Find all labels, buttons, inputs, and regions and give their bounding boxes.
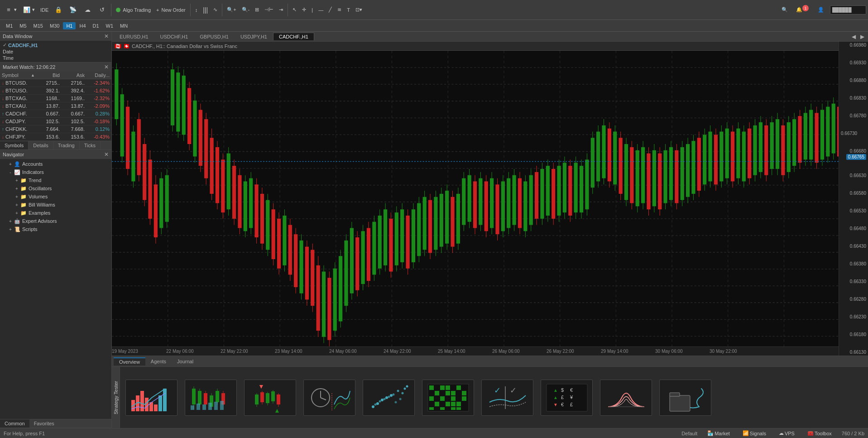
mw-row-cadchf[interactable]: ↑ CADCHF. 0.667. 0.667. 0.28% (0, 110, 111, 118)
chart-tab-scroll-right[interactable]: ▶ (858, 33, 866, 40)
navigator-close[interactable]: ✕ (104, 151, 109, 158)
nav-expand-Bill Williams[interactable]: + (14, 202, 20, 207)
mw-tab-trading[interactable]: Trading (53, 141, 80, 149)
mw-row-cadjpy[interactable]: ↓ CADJPY. 102.5. 102.5. -0.18% (0, 118, 111, 125)
refresh-btn[interactable]: ↺ (95, 4, 109, 16)
nav-item-expert-advisors[interactable]: + 🤖 Expert Advisors (0, 217, 111, 225)
chart-tab-usdjpy-h1[interactable]: USDJPY,H1 (235, 33, 273, 40)
zoom-out-btn[interactable]: 🔍- (240, 5, 252, 14)
tf-m5[interactable]: M5 (16, 22, 29, 29)
navigator-header[interactable]: Navigator ✕ (0, 150, 111, 159)
tf-m1[interactable]: M1 (3, 22, 16, 29)
mw-tab-ticks[interactable]: Ticks (80, 141, 101, 149)
nav-tab-common[interactable]: Common (0, 419, 29, 428)
mw-row-btcuso[interactable]: ↓ BTCUSO. 392.1. 392.4. -1.62% (0, 87, 111, 95)
strategy-icon-6[interactable] (422, 380, 474, 416)
strategy-icon-7[interactable]: ✓ ✓ (481, 380, 533, 416)
bp-tab-journal[interactable]: Journal (172, 358, 199, 365)
cursor-btn[interactable]: ↖ (290, 5, 299, 14)
line-chart-btn[interactable]: ∿ (211, 5, 220, 14)
radio-btn[interactable]: 📡 (66, 4, 80, 16)
chart-tab-usdchf-h1[interactable]: USDCHF,H1 (154, 33, 194, 40)
tf-m15[interactable]: M15 (30, 22, 46, 29)
toolbox-btn[interactable]: 🧰 Toolbox (805, 430, 834, 437)
strategy-icon-9[interactable] (600, 380, 652, 416)
strategy-icon-8[interactable]: ▲ $ € ▲ £ ¥ ▼ € £ (541, 380, 593, 416)
nav-item-bill-williams[interactable]: + 📁 Bill Williams (0, 201, 111, 209)
mw-tab-details[interactable]: Details (29, 141, 53, 149)
menu-dropdown-btn[interactable]: ≡ ▾ (2, 4, 19, 16)
chart-area[interactable]: 🇨🇦 🇨🇭 CADCHF., H1:: Canadian Dollar vs S… (112, 42, 868, 356)
strategy-icons-area[interactable]: ▼ ▲ (120, 367, 868, 428)
strategy-icon-2[interactable] (185, 380, 237, 416)
signals-btn[interactable]: 📶 Signals (740, 430, 769, 437)
nav-expand-Examples[interactable]: + (14, 211, 20, 216)
nav-item-oscillators[interactable]: + 📁 Oscillators (0, 184, 111, 193)
mw-row-btcusd[interactable]: ↓ BTCUSD. 2715.. 2716.. -2.34% (0, 79, 111, 87)
trendline-btn[interactable]: ╱ (326, 5, 334, 14)
nav-item-volumes[interactable]: + 📁 Volumes (0, 193, 111, 201)
autoscroll-btn[interactable]: ⇥ (277, 5, 285, 14)
market-watch-header[interactable]: Market Watch: 12:06:22 ✕ (0, 63, 111, 72)
hline-btn[interactable]: — (316, 6, 326, 14)
zoom-in-btn[interactable]: 🔍+ (225, 5, 238, 14)
tf-h4[interactable]: H4 (76, 22, 89, 29)
nav-item-indicators[interactable]: - 📈 Indicators (0, 168, 111, 176)
bars-btn[interactable]: ||| (201, 5, 210, 15)
market-btn[interactable]: 🏪 Market (705, 430, 733, 437)
bp-tab-overview[interactable]: Overview (114, 357, 145, 366)
tf-d1[interactable]: D1 (90, 22, 102, 29)
market-watch-close[interactable]: ✕ (104, 64, 109, 70)
tf-h1[interactable]: H1 (63, 22, 76, 29)
strategy-icon-5[interactable] (363, 380, 415, 416)
search-btn[interactable]: 🔍 (779, 5, 790, 14)
data-window-close[interactable]: ✕ (104, 33, 109, 39)
nav-expand-Scripts[interactable]: + (7, 227, 14, 232)
chart-type-btn[interactable]: 📊 ▾ (20, 4, 37, 16)
nav-tab-favorites[interactable]: Favorites (29, 419, 59, 428)
nav-expand-Accounts[interactable]: + (7, 162, 14, 167)
chart-tab-eurusd-h1[interactable]: EURUSD,H1 (114, 33, 154, 40)
nav-item-trend[interactable]: + 📁 Trend (0, 176, 111, 184)
strategy-icon-1[interactable] (125, 380, 177, 416)
fib-btn[interactable]: ≋ (335, 5, 344, 14)
strategy-icon-4[interactable] (303, 380, 355, 416)
grid-btn[interactable]: ⊞ (253, 5, 261, 14)
lock-btn[interactable]: 🔒 (52, 4, 65, 16)
mw-row-chfdkk[interactable]: ↑ CHFDKK. 7.664. 7.668. 0.12% (0, 125, 111, 133)
nav-item-scripts[interactable]: + 📜 Scripts (0, 225, 111, 233)
chart-plot[interactable]: 19 May 2023 22 May 06:00 22 May 22:00 23… (112, 51, 868, 356)
mw-row-chfjpy[interactable]: ↓ CHFJPY. 153.6. 153.6. -0.43% (0, 133, 111, 141)
cloud-btn[interactable]: ☁ (81, 4, 94, 16)
tf-w1[interactable]: W1 (103, 22, 117, 29)
account-btn[interactable]: 👤 (815, 5, 826, 14)
data-window-header[interactable]: Data Window ✕ (0, 32, 111, 41)
shapes-btn[interactable]: ⊡▾ (353, 5, 364, 14)
tf-mn[interactable]: MN (117, 22, 131, 29)
strategy-icon-3[interactable]: ▼ ▲ (244, 380, 296, 416)
nav-expand-Volumes[interactable]: + (14, 194, 20, 199)
notifications-btn[interactable]: 🔔 1 (794, 5, 812, 14)
bp-tab-agents[interactable]: Agents (145, 358, 172, 365)
new-order-btn[interactable]: + New Order (154, 6, 188, 14)
vline-btn[interactable]: | (309, 6, 315, 14)
ide-btn[interactable]: IDE (38, 6, 51, 14)
mw-row-btcxau[interactable]: ↓ BTCXAU. 13.87. 13.87. -2.09% (0, 102, 111, 110)
nav-expand-Expert Advisors[interactable]: + (7, 219, 14, 224)
nav-item-accounts[interactable]: + 👤 Accounts (0, 160, 111, 168)
strategy-icon-10[interactable] (659, 380, 711, 416)
chart-tab-cadchf--h1[interactable]: CADCHF.,H1 (273, 33, 314, 40)
vps-btn[interactable]: ☁ VPS (776, 430, 797, 437)
mw-row-btcxag[interactable]: ↓ BTCXAG. 1168.. 1169.. -2.32% (0, 95, 111, 102)
nav-expand-Trend[interactable]: + (14, 178, 20, 183)
algo-trading-btn[interactable]: Algo Trading (114, 6, 153, 14)
text-btn[interactable]: T (345, 6, 352, 14)
crosshair-btn[interactable]: ↕ (193, 6, 200, 14)
tf-m30[interactable]: M30 (47, 22, 62, 29)
chart-tab-scroll-left[interactable]: ◀ (850, 33, 858, 40)
nav-expand-Oscillators[interactable]: + (14, 186, 20, 191)
mw-tab-symbols[interactable]: Symbols (0, 141, 29, 149)
chart-tab-gbpusd-h1[interactable]: GBPUSD,H1 (194, 33, 235, 40)
nav-expand-Indicators[interactable]: - (7, 170, 14, 175)
period-sep-btn[interactable]: ⊣⊢ (262, 5, 276, 14)
